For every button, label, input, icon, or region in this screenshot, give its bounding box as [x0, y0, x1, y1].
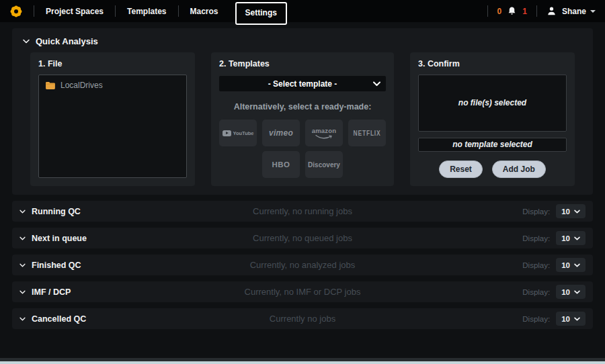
section-title: Next in queue [32, 234, 87, 243]
display-count-value: 10 [561, 315, 570, 323]
display-label: Display: [522, 315, 550, 323]
preset-label: HBO [272, 161, 290, 169]
preset-youtube-button[interactable]: YouTube [219, 120, 257, 146]
nav-item-settings-active[interactable]: Settings [235, 2, 287, 25]
display-count-select[interactable]: 10 [556, 231, 586, 245]
display-label: Display: [522, 208, 550, 216]
display-count-value: 10 [561, 234, 570, 242]
preset-netflix-button[interactable]: NETFLIX [348, 120, 386, 146]
nav-item-macros[interactable]: Macros [180, 7, 229, 16]
template-select[interactable]: - Select template - [219, 76, 386, 91]
section-cancelled-qc[interactable]: Cancelled QC Currently no jobs Display: … [12, 308, 593, 329]
confirm-panel: 3. Confirm no file(s) selected no templa… [410, 52, 575, 186]
display-count-select[interactable]: 10 [556, 312, 586, 326]
section-imf-dcp[interactable]: IMF / DCP Currently, no IMF or DCP jobs … [12, 281, 593, 302]
file-panel-title: 1. File [38, 59, 187, 69]
folder-icon [45, 81, 55, 89]
gear-icon[interactable] [9, 5, 23, 18]
chevron-down-icon [574, 236, 580, 240]
section-status: Currently, no running jobs [253, 206, 352, 216]
section-title: Cancelled QC [32, 314, 86, 324]
display-label: Display: [522, 234, 550, 242]
preset-label: NETFLIX [353, 128, 380, 138]
section-title: Finished QC [32, 261, 81, 270]
top-navbar: Project Spaces Templates Macros Settings… [0, 0, 605, 22]
section-next-in-queue[interactable]: Next in queue Currently, no queued jobs … [12, 228, 593, 248]
chevron-down-icon [574, 317, 580, 321]
no-files-text: no file(s) selected [458, 98, 526, 107]
nav-divider [487, 5, 488, 17]
quick-analysis-title: Quick Analysis [36, 36, 98, 46]
template-select-value: - Select template - [268, 79, 337, 89]
chevron-down-icon [19, 263, 26, 267]
display-count-value: 10 [561, 288, 570, 296]
user-name: Shane [562, 7, 586, 16]
section-status: Currently, no IMF or DCP jobs [245, 287, 361, 297]
chevron-down-icon [19, 317, 26, 321]
nav-divider [536, 5, 537, 17]
tree-item-label: LocalDrives [61, 81, 103, 90]
nav-item-project-spaces[interactable]: Project Spaces [36, 7, 114, 16]
reset-button[interactable]: Reset [439, 161, 483, 178]
preset-label: amazon [312, 127, 337, 134]
add-job-button[interactable]: Add Job [492, 161, 546, 178]
section-running-qc[interactable]: Running QC Currently, no running jobs Di… [12, 201, 593, 222]
section-finished-qc[interactable]: Finished QC Currently, no analyzed jobs … [12, 255, 593, 275]
templates-panel: 2. Templates - Select template - Alterna… [211, 52, 394, 186]
nav-divider [34, 5, 34, 17]
app-window: Project Spaces Templates Macros Settings… [0, 0, 605, 364]
user-menu[interactable]: Shane [547, 6, 596, 16]
section-title: IMF / DCP [32, 287, 71, 297]
quick-analysis-card: Quick Analysis 1. File LocalDrives 2. Te… [12, 28, 593, 195]
chevron-down-icon [19, 210, 26, 214]
display-count-select[interactable]: 10 [556, 285, 586, 299]
file-panel: 1. File LocalDrives [30, 52, 195, 186]
chevron-down-icon [19, 236, 26, 240]
preset-label: YouTube [233, 130, 254, 136]
main-content: Quick Analysis 1. File LocalDrives 2. Te… [0, 22, 605, 358]
preset-hbo-button[interactable]: HBO [262, 151, 300, 178]
preset-label: vimeo [269, 128, 293, 138]
quick-analysis-panels: 1. File LocalDrives 2. Templates - Selec… [22, 52, 583, 186]
nav-divider [115, 5, 116, 17]
notification-count-left: 0 [497, 7, 502, 16]
youtube-play-icon [223, 130, 231, 136]
preset-amazon-button[interactable]: amazon [305, 120, 343, 146]
section-status: Currently, no analyzed jobs [250, 260, 356, 270]
chevron-down-icon [574, 290, 580, 294]
section-status: Currently, no queued jobs [253, 233, 352, 243]
confirm-panel-title: 3. Confirm [418, 59, 567, 69]
section-status: Currently no jobs [270, 314, 335, 324]
display-count-value: 10 [561, 208, 570, 216]
tree-item-localdrives[interactable]: LocalDrives [45, 81, 180, 90]
chevron-down-icon [574, 263, 580, 267]
preset-vimeo-button[interactable]: vimeo [262, 120, 300, 146]
caret-down-icon [590, 10, 596, 13]
nav-item-templates[interactable]: Templates [117, 7, 176, 16]
display-count-select[interactable]: 10 [556, 204, 586, 218]
display-label: Display: [522, 261, 550, 269]
chevron-down-icon [574, 210, 580, 214]
preset-discovery-button[interactable]: Discovery [305, 151, 343, 178]
selected-template-box: no template selected [418, 138, 567, 152]
preset-label: Discovery [308, 161, 340, 169]
no-template-text: no template selected [452, 140, 532, 149]
quick-analysis-header[interactable]: Quick Analysis [22, 34, 583, 52]
chevron-down-icon [23, 39, 30, 44]
amazon-smile-icon [315, 134, 333, 140]
preset-buttons: YouTube vimeo amazon NETFLIX [219, 120, 386, 178]
navbar-right: 0 1 Shane [486, 5, 596, 17]
display-count-select[interactable]: 10 [556, 258, 586, 272]
templates-panel-title: 2. Templates [219, 59, 386, 69]
selected-files-box: no file(s) selected [418, 75, 567, 132]
chevron-down-icon [373, 81, 380, 87]
nav-divider [178, 5, 179, 17]
window-bottom-edge [0, 361, 605, 364]
confirm-buttons: Reset Add Job [418, 161, 567, 178]
display-label: Display: [522, 288, 550, 296]
file-browser: LocalDrives [38, 75, 187, 178]
notification-count-right: 1 [522, 7, 527, 16]
bell-icon[interactable] [507, 6, 517, 16]
chevron-down-icon [19, 290, 26, 294]
person-icon [547, 6, 557, 16]
